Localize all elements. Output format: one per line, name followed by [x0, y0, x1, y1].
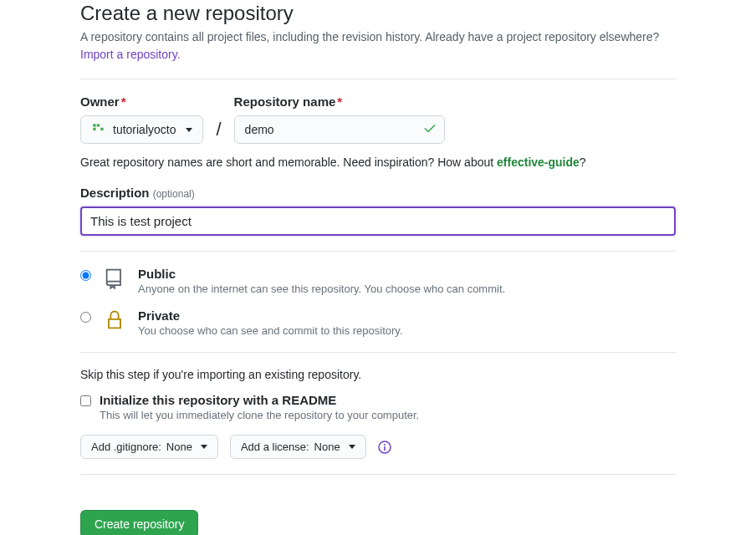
- name-hint: Great repository names are short and mem…: [80, 155, 676, 169]
- public-title: Public: [138, 267, 505, 281]
- owner-avatar-icon: [91, 122, 106, 137]
- slash-separator: /: [210, 112, 227, 144]
- svg-rect-0: [93, 124, 95, 126]
- name-suggestion[interactable]: effective-guide: [497, 155, 580, 169]
- svg-rect-1: [93, 128, 95, 130]
- page-title: Create a new repository: [80, 2, 676, 25]
- visibility-public-option[interactable]: Public Anyone on the internet can see th…: [80, 267, 676, 295]
- repo-name-input[interactable]: [234, 115, 445, 144]
- owner-dropdown[interactable]: tutorialyocto: [80, 115, 203, 144]
- public-radio[interactable]: [80, 270, 91, 281]
- repo-icon: [103, 267, 126, 290]
- owner-label: Owner*: [80, 94, 203, 109]
- check-icon: [423, 122, 437, 138]
- page-subtitle: A repository contains all project files,…: [80, 28, 676, 64]
- skip-hint: Skip this step if you're importing an ex…: [80, 368, 676, 381]
- lock-icon: [103, 308, 126, 332]
- svg-point-5: [384, 444, 386, 446]
- info-icon[interactable]: [378, 441, 391, 454]
- optional-label: (optional): [153, 188, 195, 200]
- description-input[interactable]: [80, 206, 676, 236]
- svg-rect-2: [97, 124, 100, 126]
- create-repository-button[interactable]: Create repository: [80, 510, 198, 535]
- readme-desc: This will let you immediately clone the …: [100, 409, 419, 421]
- divider: [80, 251, 676, 252]
- divider: [80, 474, 676, 475]
- repo-name-label: Repository name*: [234, 94, 445, 109]
- readme-label: Initialize this repository with a README: [100, 393, 419, 407]
- license-dropdown[interactable]: Add a license: None: [230, 435, 366, 459]
- private-desc: You choose who can see and commit to thi…: [138, 324, 403, 337]
- required-asterisk: *: [337, 94, 342, 109]
- private-radio[interactable]: [80, 312, 91, 323]
- private-title: Private: [138, 308, 403, 323]
- readme-checkbox[interactable]: [80, 395, 91, 406]
- description-label: Description (optional): [80, 186, 676, 200]
- caret-down-icon: [201, 445, 207, 449]
- import-repo-link[interactable]: Import a repository.: [80, 48, 181, 61]
- divider: [80, 352, 676, 353]
- caret-down-icon: [349, 445, 355, 449]
- divider: [80, 79, 676, 79]
- caret-down-icon: [186, 128, 192, 132]
- gitignore-dropdown[interactable]: Add .gitignore: None: [80, 435, 218, 459]
- svg-rect-6: [384, 446, 386, 451]
- required-asterisk: *: [121, 94, 126, 109]
- visibility-private-option[interactable]: Private You choose who can see and commi…: [80, 308, 676, 337]
- public-desc: Anyone on the internet can see this repo…: [138, 283, 505, 295]
- svg-rect-3: [100, 128, 103, 130]
- owner-selected: tutorialyocto: [113, 123, 176, 136]
